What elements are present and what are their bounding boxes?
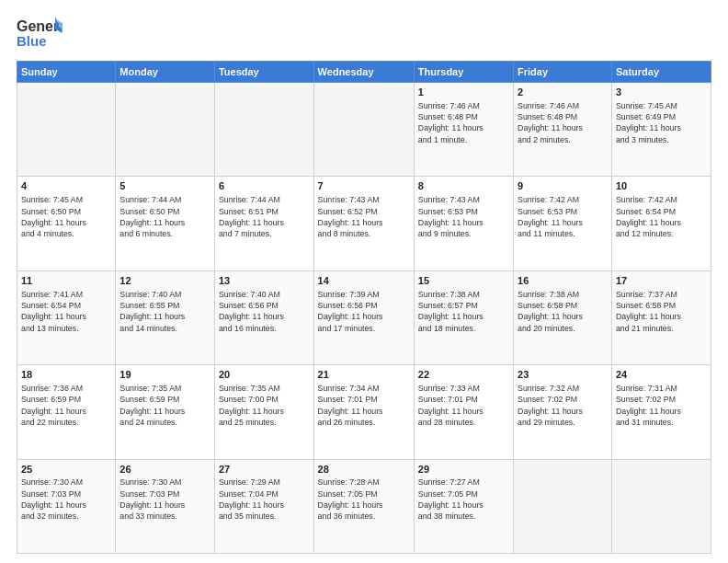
day-info: Sunrise: 7:36 AM Sunset: 6:59 PM Dayligh…	[21, 383, 111, 428]
day-number: 1	[418, 86, 509, 99]
day-number: 26	[119, 463, 210, 477]
col-header-thursday: Thursday	[414, 62, 513, 83]
day-info: Sunrise: 7:35 AM Sunset: 6:59 PM Dayligh…	[119, 383, 210, 428]
calendar-cell: 20Sunrise: 7:35 AM Sunset: 7:00 PM Dayli…	[214, 365, 313, 459]
calendar-cell: 17Sunrise: 7:37 AM Sunset: 6:58 PM Dayli…	[611, 270, 711, 364]
col-header-tuesday: Tuesday	[214, 62, 313, 83]
day-number: 8	[418, 179, 509, 193]
day-info: Sunrise: 7:44 AM Sunset: 6:50 PM Dayligh…	[119, 194, 210, 239]
calendar-cell: 9Sunrise: 7:42 AM Sunset: 6:53 PM Daylig…	[514, 177, 612, 270]
col-header-wednesday: Wednesday	[313, 62, 414, 83]
calendar-cell: 10Sunrise: 7:42 AM Sunset: 6:54 PM Dayli…	[611, 177, 711, 270]
calendar-cell: 3Sunrise: 7:45 AM Sunset: 6:49 PM Daylig…	[611, 83, 711, 177]
col-header-friday: Friday	[514, 62, 612, 83]
col-header-sunday: Sunday	[17, 62, 116, 83]
day-info: Sunrise: 7:40 AM Sunset: 6:55 PM Dayligh…	[119, 289, 210, 334]
day-info: Sunrise: 7:41 AM Sunset: 6:54 PM Dayligh…	[21, 289, 111, 334]
calendar-cell: 27Sunrise: 7:29 AM Sunset: 7:04 PM Dayli…	[214, 459, 313, 553]
day-info: Sunrise: 7:27 AM Sunset: 7:05 PM Dayligh…	[418, 477, 509, 522]
day-info: Sunrise: 7:45 AM Sunset: 6:50 PM Dayligh…	[21, 194, 111, 239]
calendar-cell: 2Sunrise: 7:46 AM Sunset: 6:48 PM Daylig…	[514, 83, 612, 177]
calendar-cell: 25Sunrise: 7:30 AM Sunset: 7:03 PM Dayli…	[17, 459, 116, 553]
page: GeneralBlue SundayMondayTuesdayWednesday…	[0, 0, 728, 563]
calendar-cell: 16Sunrise: 7:38 AM Sunset: 6:58 PM Dayli…	[514, 270, 612, 364]
calendar-cell: 14Sunrise: 7:39 AM Sunset: 6:56 PM Dayli…	[313, 270, 414, 364]
logo: GeneralBlue	[17, 15, 63, 52]
day-number: 18	[21, 368, 111, 382]
col-header-monday: Monday	[116, 62, 215, 83]
day-number: 14	[318, 274, 410, 288]
day-info: Sunrise: 7:44 AM Sunset: 6:51 PM Dayligh…	[219, 194, 310, 239]
calendar-cell: 6Sunrise: 7:44 AM Sunset: 6:51 PM Daylig…	[214, 177, 313, 270]
day-number: 27	[219, 463, 310, 477]
day-number: 9	[518, 179, 608, 193]
day-number: 5	[119, 179, 210, 193]
calendar-cell: 13Sunrise: 7:40 AM Sunset: 6:56 PM Dayli…	[214, 270, 313, 364]
calendar-cell: 11Sunrise: 7:41 AM Sunset: 6:54 PM Dayli…	[17, 270, 116, 364]
day-info: Sunrise: 7:30 AM Sunset: 7:03 PM Dayligh…	[119, 477, 210, 522]
day-info: Sunrise: 7:39 AM Sunset: 6:56 PM Dayligh…	[318, 289, 410, 334]
day-number: 7	[318, 179, 410, 193]
calendar-cell: 19Sunrise: 7:35 AM Sunset: 6:59 PM Dayli…	[116, 365, 215, 459]
day-number: 16	[518, 274, 608, 288]
day-info: Sunrise: 7:45 AM Sunset: 6:49 PM Dayligh…	[616, 100, 707, 145]
day-info: Sunrise: 7:43 AM Sunset: 6:53 PM Dayligh…	[418, 194, 509, 239]
calendar-cell: 8Sunrise: 7:43 AM Sunset: 6:53 PM Daylig…	[414, 177, 513, 270]
day-number: 15	[418, 274, 509, 288]
day-info: Sunrise: 7:42 AM Sunset: 6:54 PM Dayligh…	[616, 194, 707, 239]
day-number: 22	[418, 368, 509, 382]
day-info: Sunrise: 7:38 AM Sunset: 6:57 PM Dayligh…	[418, 289, 509, 334]
calendar-cell: 7Sunrise: 7:43 AM Sunset: 6:52 PM Daylig…	[313, 177, 414, 270]
day-number: 11	[21, 274, 111, 288]
calendar-cell	[116, 83, 215, 177]
day-info: Sunrise: 7:35 AM Sunset: 7:00 PM Dayligh…	[219, 383, 310, 428]
calendar-cell	[611, 459, 711, 553]
day-number: 6	[219, 179, 310, 193]
day-number: 2	[518, 86, 608, 99]
day-info: Sunrise: 7:38 AM Sunset: 6:58 PM Dayligh…	[518, 289, 608, 334]
calendar-cell: 21Sunrise: 7:34 AM Sunset: 7:01 PM Dayli…	[313, 365, 414, 459]
calendar-week-row: 4Sunrise: 7:45 AM Sunset: 6:50 PM Daylig…	[17, 177, 711, 270]
calendar-cell: 18Sunrise: 7:36 AM Sunset: 6:59 PM Dayli…	[17, 365, 116, 459]
calendar-cell: 23Sunrise: 7:32 AM Sunset: 7:02 PM Dayli…	[514, 365, 612, 459]
day-number: 28	[318, 463, 410, 477]
calendar-table: SundayMondayTuesdayWednesdayThursdayFrid…	[17, 61, 711, 554]
day-number: 13	[219, 274, 310, 288]
calendar-cell	[313, 83, 414, 177]
day-number: 19	[119, 368, 210, 382]
day-number: 24	[616, 368, 707, 382]
day-info: Sunrise: 7:46 AM Sunset: 6:48 PM Dayligh…	[418, 100, 509, 145]
calendar-week-row: 18Sunrise: 7:36 AM Sunset: 6:59 PM Dayli…	[17, 365, 711, 459]
calendar-header-row: SundayMondayTuesdayWednesdayThursdayFrid…	[17, 62, 711, 83]
calendar-cell: 4Sunrise: 7:45 AM Sunset: 6:50 PM Daylig…	[17, 177, 116, 270]
day-info: Sunrise: 7:34 AM Sunset: 7:01 PM Dayligh…	[318, 383, 410, 428]
day-info: Sunrise: 7:31 AM Sunset: 7:02 PM Dayligh…	[616, 383, 707, 428]
day-info: Sunrise: 7:43 AM Sunset: 6:52 PM Dayligh…	[318, 194, 410, 239]
calendar-cell: 29Sunrise: 7:27 AM Sunset: 7:05 PM Dayli…	[414, 459, 513, 553]
calendar-week-row: 1Sunrise: 7:46 AM Sunset: 6:48 PM Daylig…	[17, 83, 711, 177]
day-info: Sunrise: 7:40 AM Sunset: 6:56 PM Dayligh…	[219, 289, 310, 334]
day-number: 21	[318, 368, 410, 382]
day-info: Sunrise: 7:30 AM Sunset: 7:03 PM Dayligh…	[21, 477, 111, 522]
day-number: 25	[21, 463, 111, 477]
calendar-week-row: 25Sunrise: 7:30 AM Sunset: 7:03 PM Dayli…	[17, 459, 711, 553]
col-header-saturday: Saturday	[611, 62, 711, 83]
calendar-cell: 22Sunrise: 7:33 AM Sunset: 7:01 PM Dayli…	[414, 365, 513, 459]
calendar-cell: 15Sunrise: 7:38 AM Sunset: 6:57 PM Dayli…	[414, 270, 513, 364]
header: GeneralBlue	[17, 15, 711, 52]
day-info: Sunrise: 7:28 AM Sunset: 7:05 PM Dayligh…	[318, 477, 410, 522]
day-number: 10	[616, 179, 707, 193]
day-number: 3	[616, 86, 707, 99]
day-number: 29	[418, 463, 509, 477]
day-number: 12	[119, 274, 210, 288]
calendar-cell: 26Sunrise: 7:30 AM Sunset: 7:03 PM Dayli…	[116, 459, 215, 553]
day-info: Sunrise: 7:32 AM Sunset: 7:02 PM Dayligh…	[518, 383, 608, 428]
day-number: 23	[518, 368, 608, 382]
logo-svg: GeneralBlue	[17, 15, 63, 52]
calendar-cell	[514, 459, 612, 553]
day-info: Sunrise: 7:37 AM Sunset: 6:58 PM Dayligh…	[616, 289, 707, 334]
calendar-cell: 28Sunrise: 7:28 AM Sunset: 7:05 PM Dayli…	[313, 459, 414, 553]
calendar-cell: 1Sunrise: 7:46 AM Sunset: 6:48 PM Daylig…	[414, 83, 513, 177]
calendar-cell	[214, 83, 313, 177]
day-number: 20	[219, 368, 310, 382]
